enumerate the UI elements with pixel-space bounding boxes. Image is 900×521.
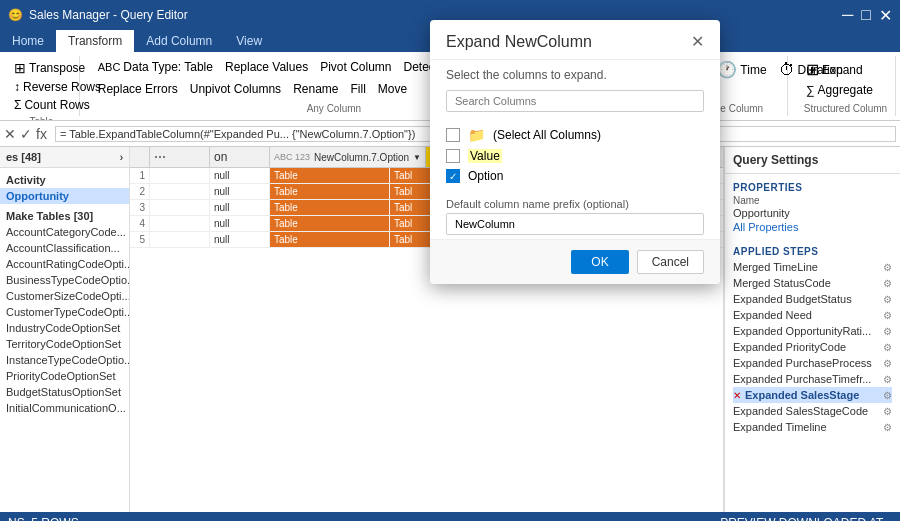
step-name-expanded-budgetstatus[interactable]: Expanded BudgetStatus: [733, 293, 883, 305]
step-gear-expanded-salesstage-code[interactable]: ⚙: [883, 406, 892, 417]
cell-4-3: Table: [270, 216, 390, 231]
qs-name-value: Opportunity: [733, 206, 892, 220]
pivot-column-btn[interactable]: Pivot Column: [316, 58, 395, 76]
sidebar-item-make-tables[interactable]: Make Tables [30]: [0, 208, 129, 224]
step-gear-expanded-prioritycode[interactable]: ⚙: [883, 342, 892, 353]
fill-btn[interactable]: Fill: [346, 80, 369, 98]
step-gear-merged-timeline[interactable]: ⚙: [883, 262, 892, 273]
modal-close-btn[interactable]: ✕: [691, 32, 704, 51]
value-checkbox[interactable]: [446, 149, 460, 163]
expand-btn[interactable]: ⊞ Expand: [802, 58, 889, 81]
prefix-input[interactable]: [446, 213, 704, 235]
step-name-expanded-salesstage-code[interactable]: Expanded SalesStageCode: [733, 405, 883, 417]
data-type-btn[interactable]: ABC Data Type: Table: [94, 58, 217, 76]
ok-button[interactable]: OK: [571, 250, 628, 274]
accept-formula-icon[interactable]: ✓: [20, 126, 32, 142]
modal-option-item[interactable]: ✓ Option: [446, 166, 704, 186]
tab-transform[interactable]: Transform: [56, 30, 134, 52]
reverse-rows-btn[interactable]: ↕ Reverse Rows: [10, 78, 73, 96]
tab-home[interactable]: Home: [0, 30, 56, 52]
step-x-expanded-salesstage[interactable]: ✕: [733, 390, 741, 401]
step-gear-expanded-salesstage[interactable]: ⚙: [883, 390, 892, 401]
sidebar-item-business-type[interactable]: BusinessTypeCodeOptio...: [0, 272, 129, 288]
transpose-icon: ⊞: [14, 60, 26, 76]
step-name-expanded-oppratio[interactable]: Expanded OpportunityRati...: [733, 325, 883, 337]
qs-step-expanded-purchaseprocess: Expanded PurchaseProcess ⚙: [733, 355, 892, 371]
step-gear-expanded-need[interactable]: ⚙: [883, 310, 892, 321]
step-name-expanded-timeline[interactable]: Expanded Timeline: [733, 421, 883, 433]
col-header-newcolumn7[interactable]: ABC 123 NewColumn.7.Option ▼: [270, 147, 426, 167]
transpose-btn[interactable]: ⊞ Transpose: [10, 58, 73, 78]
row-num-3: 3: [130, 200, 150, 215]
col-filter-icon[interactable]: ▼: [413, 153, 421, 162]
sidebar-item-account-category[interactable]: AccountCategoryCode...: [0, 224, 129, 240]
modal-value-item[interactable]: Value: [446, 146, 704, 166]
maximize-btn[interactable]: □: [861, 6, 871, 24]
close-btn[interactable]: ✕: [879, 6, 892, 25]
time-icon: 🕐: [717, 60, 737, 79]
app-role-icon: 😊: [8, 8, 23, 22]
col-header-on[interactable]: on: [210, 147, 270, 167]
step-gear-expanded-purchaseprocess[interactable]: ⚙: [883, 358, 892, 369]
step-name-expanded-salesstage[interactable]: Expanded SalesStage: [745, 389, 883, 401]
cell-3-3: Table: [270, 200, 390, 215]
sidebar-item-customer-type[interactable]: CustomerTypeCodeOpti...: [0, 304, 129, 320]
col-header-dots[interactable]: ⋯: [150, 147, 210, 167]
unpivot-columns-btn[interactable]: Unpivot Columns: [186, 80, 285, 98]
step-name-expanded-purchaseprocess[interactable]: Expanded PurchaseProcess: [733, 357, 883, 369]
ribbon-group-table: ⊞ Transpose ↕ Reverse Rows Σ Count Rows …: [4, 56, 80, 116]
replace-errors-btn[interactable]: Replace Errors: [94, 80, 182, 98]
move-btn[interactable]: Move: [374, 80, 411, 98]
modal-select-all-item[interactable]: 📁 (Select All Columns): [446, 124, 704, 146]
qs-name-label: Name: [733, 195, 892, 206]
step-name-merged-timeline[interactable]: Merged TimeLine: [733, 261, 883, 273]
option-label: Option: [468, 169, 503, 183]
replace-values-btn[interactable]: Replace Values: [221, 58, 312, 76]
fx-icon: fx: [36, 126, 47, 142]
sidebar-item-industry-code[interactable]: IndustryCodeOptionSet: [0, 320, 129, 336]
sidebar-item-opportunity[interactable]: Opportunity: [0, 188, 129, 204]
step-name-expanded-prioritycode[interactable]: Expanded PriorityCode: [733, 341, 883, 353]
rename-btn[interactable]: Rename: [289, 80, 342, 98]
sidebar-item-account-class[interactable]: AccountClassification...: [0, 240, 129, 256]
minimize-btn[interactable]: ─: [842, 6, 853, 24]
select-all-label: (Select All Columns): [493, 128, 601, 142]
sidebar-item-activity[interactable]: Activity: [0, 172, 129, 188]
modal-title-bar: Expand NewColumn ✕: [430, 20, 720, 60]
tab-view[interactable]: View: [224, 30, 274, 52]
step-gear-expanded-oppratio[interactable]: ⚙: [883, 326, 892, 337]
option-checkbox[interactable]: ✓: [446, 169, 460, 183]
modal-footer: OK Cancel: [430, 239, 720, 284]
sidebar-item-priority-code[interactable]: PriorityCodeOptionSet: [0, 368, 129, 384]
step-gear-merged-statuscode[interactable]: ⚙: [883, 278, 892, 289]
dots-icon: ⋯: [154, 150, 166, 164]
qs-all-properties-link[interactable]: All Properties: [733, 221, 798, 233]
sidebar-item-initial-comm[interactable]: InitialCommunicationO...: [0, 400, 129, 416]
step-gear-expanded-budgetstatus[interactable]: ⚙: [883, 294, 892, 305]
step-name-merged-statuscode[interactable]: Merged StatusCode: [733, 277, 883, 289]
cancel-formula-icon[interactable]: ✕: [4, 126, 16, 142]
tab-add-column[interactable]: Add Column: [134, 30, 224, 52]
step-gear-expanded-purchasetimefr[interactable]: ⚙: [883, 374, 892, 385]
sidebar-header: es [48] ›: [0, 147, 129, 168]
sidebar-item-budget-status[interactable]: BudgetStatusOptionSet: [0, 384, 129, 400]
prefix-label: Default column name prefix (optional): [446, 198, 704, 210]
qs-properties-section: PROPERTIES Name Opportunity All Properti…: [725, 174, 900, 238]
sidebar-item-territory-code[interactable]: TerritoryCodeOptionSet: [0, 336, 129, 352]
step-gear-expanded-timeline[interactable]: ⚙: [883, 422, 892, 433]
aggregate-btn[interactable]: ∑ Aggregate: [802, 81, 889, 99]
time-btn[interactable]: 🕐 Time: [713, 58, 770, 81]
step-name-expanded-purchasetimefr[interactable]: Expanded PurchaseTimefr...: [733, 373, 883, 385]
sidebar-item-instance-type[interactable]: InstanceTypeCodeOptio...: [0, 352, 129, 368]
sidebar-item-account-rating[interactable]: AccountRatingCodeOpti...: [0, 256, 129, 272]
row-num-2: 2: [130, 184, 150, 199]
select-all-checkbox[interactable]: [446, 128, 460, 142]
search-columns-input[interactable]: [446, 90, 704, 112]
sidebar-item-customer-size[interactable]: CustomerSizeCodeOpti...: [0, 288, 129, 304]
expand-icon: ⊞: [806, 60, 819, 79]
count-rows-btn[interactable]: Σ Count Rows: [10, 96, 73, 114]
sidebar-collapse-btn[interactable]: ›: [120, 152, 123, 163]
step-name-expanded-need[interactable]: Expanded Need: [733, 309, 883, 321]
cancel-button[interactable]: Cancel: [637, 250, 704, 274]
qs-step-expanded-timeline: Expanded Timeline ⚙: [733, 419, 892, 435]
